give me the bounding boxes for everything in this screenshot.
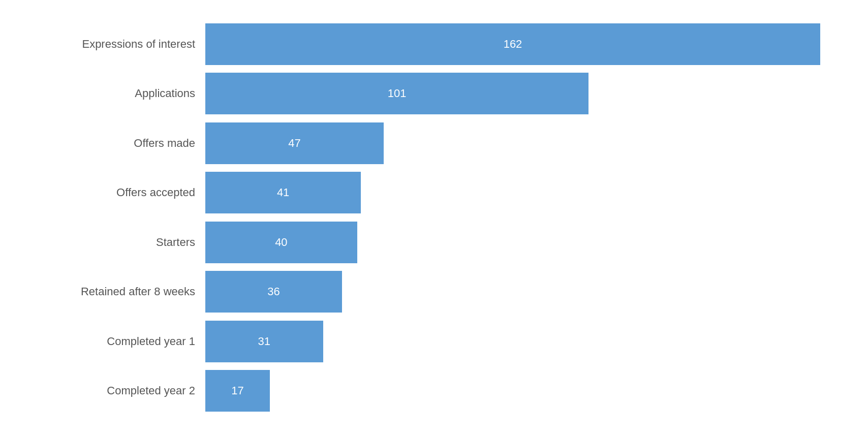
bar-wrapper: 47 <box>205 122 820 164</box>
bar-wrapper: 162 <box>205 23 820 65</box>
bar-row: Completed year 131 <box>48 319 820 364</box>
bar-value: 40 <box>275 236 287 249</box>
bar: 47 <box>205 122 384 164</box>
bar: 101 <box>205 73 588 114</box>
bar-label: Offers made <box>48 137 205 150</box>
bar-label: Applications <box>48 87 205 100</box>
bar: 41 <box>205 172 361 213</box>
bar-value: 47 <box>288 137 300 150</box>
bar-row: Starters40 <box>48 220 820 265</box>
bar-label: Retained after 8 weeks <box>48 285 205 298</box>
bar-label: Completed year 2 <box>48 384 205 397</box>
bar-row: Expressions of interest162 <box>48 21 820 67</box>
bar-value: 31 <box>258 335 270 348</box>
bar-wrapper: 41 <box>205 172 820 213</box>
bar-wrapper: 101 <box>205 73 820 114</box>
bar-label: Expressions of interest <box>48 38 205 51</box>
bar: 17 <box>205 370 270 412</box>
bar-value: 101 <box>388 87 407 100</box>
bar: 31 <box>205 321 323 362</box>
bar-value: 162 <box>504 38 522 51</box>
bar-value: 36 <box>267 285 280 298</box>
bar-label: Offers accepted <box>48 186 205 199</box>
bar-wrapper: 31 <box>205 321 820 362</box>
bar: 162 <box>205 23 820 65</box>
bar-value: 17 <box>231 384 243 397</box>
bar-row: Offers made47 <box>48 120 820 166</box>
bar-label: Starters <box>48 236 205 249</box>
bar-row: Applications101 <box>48 71 820 116</box>
bar-label: Completed year 1 <box>48 335 205 348</box>
bar: 36 <box>205 271 342 313</box>
bar-wrapper: 36 <box>205 271 820 313</box>
bar-value: 41 <box>277 186 289 199</box>
bar-row: Retained after 8 weeks36 <box>48 269 820 315</box>
bar-row: Offers accepted41 <box>48 170 820 215</box>
bar-wrapper: 17 <box>205 370 820 412</box>
bar-wrapper: 40 <box>205 222 820 263</box>
bar: 40 <box>205 222 357 263</box>
bar-row: Completed year 217 <box>48 368 820 414</box>
chart-container: Expressions of interest162Applications10… <box>27 9 841 426</box>
